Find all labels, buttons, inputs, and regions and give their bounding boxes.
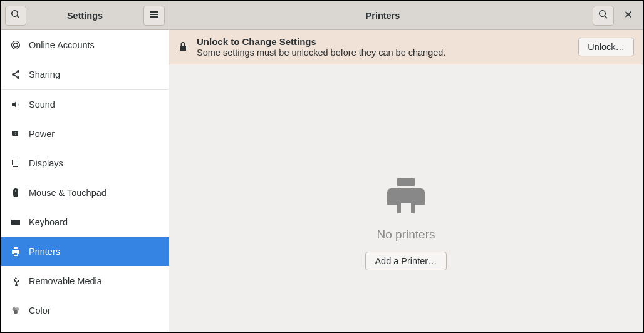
sidebar-item-label: Power (29, 129, 55, 139)
sidebar-item-label: Keyboard (29, 217, 68, 227)
main-headerbar: Printers (169, 1, 643, 30)
sidebar-item-keyboard[interactable]: Keyboard (1, 207, 169, 237)
main-panel: Printers Unlock to Change Settings Some … (169, 1, 643, 332)
page-title: Printers (313, 11, 452, 21)
unlock-infobar: Unlock to Change Settings Some settings … (169, 30, 643, 64)
share-icon (10, 69, 21, 80)
sidebar-item-removable-media[interactable]: Removable Media (1, 266, 169, 295)
sidebar-item-label: Mouse & Touchpad (29, 188, 106, 198)
mouse-icon (10, 187, 21, 198)
sidebar-item-label: Sound (29, 100, 55, 110)
menu-button[interactable] (143, 6, 165, 26)
close-icon (624, 10, 633, 21)
display-icon (10, 158, 21, 169)
main-content: No printers Add a Printer… (169, 64, 643, 332)
svg-point-2 (17, 76, 19, 79)
sidebar-item-online-accounts[interactable]: Online Accounts (1, 30, 169, 59)
infobar-subtitle: Some settings must be unlocked before th… (197, 48, 569, 58)
hamburger-icon (149, 9, 159, 21)
power-icon (10, 128, 21, 140)
search-button[interactable] (5, 6, 26, 26)
sidebar-item-label: Color (29, 305, 51, 315)
close-button[interactable] (618, 6, 639, 26)
keyboard-icon (10, 217, 21, 228)
sidebar-item-color[interactable]: Color (1, 295, 169, 325)
svg-point-5 (14, 310, 18, 314)
search-icon (598, 9, 608, 21)
sidebar-item-sharing[interactable]: Sharing (1, 59, 169, 89)
sidebar: Settings Online AccountsSharingSoundPowe… (1, 1, 169, 332)
main-search-button[interactable] (593, 6, 614, 26)
sidebar-nav-list: Online AccountsSharingSoundPowerDisplays… (1, 30, 169, 332)
svg-point-0 (17, 70, 19, 73)
sidebar-item-label: Displays (29, 158, 63, 168)
sidebar-headerbar: Settings (1, 1, 169, 30)
sidebar-item-mouse-touchpad[interactable]: Mouse & Touchpad (1, 178, 169, 207)
sidebar-item-label: Sharing (29, 69, 60, 79)
sidebar-item-displays[interactable]: Displays (1, 148, 169, 178)
unlock-button[interactable]: Unlock… (578, 38, 634, 56)
sidebar-item-label: Online Accounts (29, 40, 95, 50)
lock-icon (178, 41, 188, 53)
add-printer-button[interactable]: Add a Printer… (365, 252, 446, 270)
sidebar-item-label: Removable Media (29, 276, 102, 286)
sound-icon (10, 99, 21, 110)
sidebar-item-power[interactable]: Power (1, 119, 169, 148)
sidebar-item-label: Printers (29, 247, 60, 257)
color-icon (10, 305, 21, 316)
search-icon (11, 9, 21, 21)
infobar-title: Unlock to Change Settings (197, 36, 569, 47)
sidebar-item-sound[interactable]: Sound (1, 90, 169, 119)
usb-icon (10, 275, 21, 287)
sidebar-title: Settings (26, 11, 143, 21)
printer-icon (10, 246, 21, 257)
sidebar-item-printers[interactable]: Printers (1, 237, 169, 266)
infobar-message: Unlock to Change Settings Some settings … (197, 36, 569, 58)
svg-point-1 (12, 73, 14, 76)
at-icon (10, 39, 21, 51)
empty-state-text: No printers (377, 228, 435, 242)
printer-icon (383, 176, 428, 218)
